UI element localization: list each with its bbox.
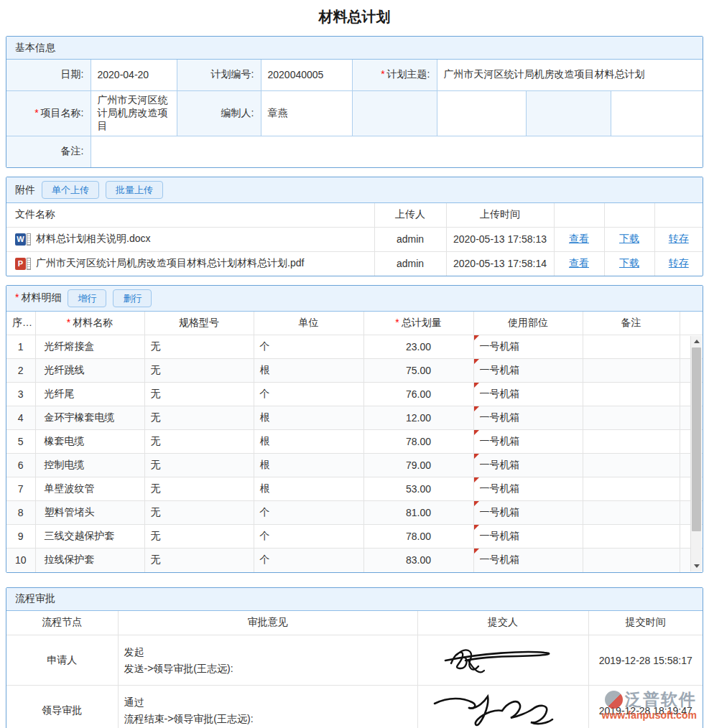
remark-cell[interactable] [583, 454, 680, 477]
no-cell[interactable]: 5 [6, 430, 35, 454]
material-row[interactable]: 7 单壁波纹管 无 根 53.00 一号机箱 [6, 477, 703, 501]
compiler-label: 编制人: [177, 90, 261, 136]
add-row-button[interactable]: 增行 [68, 289, 106, 307]
no-cell[interactable]: 6 [6, 454, 35, 477]
name-cell[interactable]: 橡套电缆 [35, 430, 144, 454]
material-row[interactable]: 2 光纤跳线 无 根 75.00 一号机箱 [6, 359, 703, 383]
view-link[interactable]: 查看 [569, 233, 589, 244]
spec-cell[interactable]: 无 [144, 549, 254, 572]
remark-cell[interactable] [583, 477, 680, 501]
spec-cell[interactable]: 无 [144, 406, 254, 430]
material-row[interactable]: 9 三线交越保护套 无 个 78.00 一号机箱 [6, 525, 703, 549]
no-cell[interactable]: 10 [6, 549, 35, 572]
unit-cell[interactable]: 根 [254, 430, 363, 454]
delete-row-button[interactable]: 删行 [113, 289, 152, 307]
location-cell[interactable]: 一号机箱 [473, 454, 583, 477]
location-cell[interactable]: 一号机箱 [473, 359, 583, 383]
remark-cell[interactable] [583, 549, 680, 572]
material-row[interactable]: 6 控制电缆 无 根 79.00 一号机箱 [6, 454, 703, 477]
attachments-title: 附件 [15, 184, 35, 197]
save-as-link[interactable]: 转存 [669, 257, 689, 269]
batch-upload-button[interactable]: 批量上传 [106, 181, 163, 199]
no-cell[interactable]: 1 [6, 335, 35, 359]
material-row[interactable]: 8 塑料管堵头 无 个 81.00 一号机箱 [6, 501, 703, 525]
location-cell[interactable]: 一号机箱 [473, 335, 583, 359]
spec-cell[interactable]: 无 [144, 335, 254, 359]
location-cell[interactable]: 一号机箱 [473, 383, 583, 406]
remark-cell[interactable] [583, 383, 680, 406]
name-cell[interactable]: 单壁波纹管 [35, 477, 144, 501]
name-cell[interactable]: 拉线保护套 [35, 549, 144, 572]
unit-cell[interactable]: 个 [254, 525, 363, 549]
name-cell[interactable]: 塑料管堵头 [35, 501, 144, 525]
subject-label: *计划主题: [352, 60, 437, 90]
qty-cell[interactable]: 12.00 [363, 406, 473, 430]
no-cell[interactable]: 9 [6, 525, 35, 549]
no-cell[interactable]: 4 [6, 406, 35, 430]
name-cell[interactable]: 金环宇橡套电缆 [35, 406, 144, 430]
remark-cell[interactable] [583, 359, 680, 383]
location-cell[interactable]: 一号机箱 [473, 430, 583, 454]
material-row[interactable]: 3 光纤尾 无 个 76.00 一号机箱 [6, 383, 703, 406]
vertical-scrollbar[interactable] [690, 336, 702, 571]
qty-cell[interactable]: 78.00 [363, 430, 473, 454]
name-cell[interactable]: 控制电缆 [35, 454, 144, 477]
location-cell[interactable]: 一号机箱 [473, 477, 583, 501]
view-link[interactable]: 查看 [569, 257, 589, 269]
uploader-cell: admin [374, 227, 446, 251]
location-cell[interactable]: 一号机箱 [473, 501, 583, 525]
remark-cell[interactable] [583, 525, 680, 549]
location-cell[interactable]: 一号机箱 [473, 549, 583, 572]
unit-cell[interactable]: 个 [254, 501, 363, 525]
spec-cell[interactable]: 无 [144, 501, 254, 525]
unit-cell[interactable]: 个 [254, 335, 363, 359]
unit-cell[interactable]: 根 [254, 359, 363, 383]
material-row[interactable]: 4 金环宇橡套电缆 无 根 12.00 一号机箱 [6, 406, 703, 430]
unit-cell[interactable]: 根 [254, 406, 363, 430]
name-cell[interactable]: 三线交越保护套 [35, 525, 144, 549]
remark-cell[interactable] [583, 430, 680, 454]
remark-cell[interactable] [583, 406, 680, 430]
spec-cell[interactable]: 无 [144, 525, 254, 549]
unit-cell[interactable]: 根 [254, 454, 363, 477]
approval-row: 领导审批 通过 流程结束->领导审批(王志远): 2019-12-28 18:1… [6, 686, 703, 728]
no-cell[interactable]: 8 [6, 501, 35, 525]
file-name: 材料总计划相关说明.docx [36, 233, 150, 246]
download-link[interactable]: 下载 [619, 257, 639, 269]
scrollbar-thumb[interactable] [692, 347, 701, 531]
name-cell[interactable]: 光纤尾 [35, 383, 144, 406]
qty-cell[interactable]: 75.00 [363, 359, 473, 383]
remark-cell[interactable] [583, 335, 680, 359]
qty-cell[interactable]: 78.00 [363, 525, 473, 549]
qty-cell[interactable]: 81.00 [363, 501, 473, 525]
name-cell[interactable]: 光纤熔接盒 [35, 335, 144, 359]
single-upload-button[interactable]: 单个上传 [42, 181, 99, 199]
qty-cell[interactable]: 76.00 [363, 383, 473, 406]
qty-cell[interactable]: 23.00 [363, 335, 473, 359]
qty-cell[interactable]: 83.00 [363, 549, 473, 572]
unit-cell[interactable]: 根 [254, 477, 363, 501]
material-row[interactable]: 5 橡套电缆 无 根 78.00 一号机箱 [6, 430, 703, 454]
scroll-up-icon[interactable] [691, 336, 702, 347]
save-as-link[interactable]: 转存 [669, 233, 689, 244]
location-cell[interactable]: 一号机箱 [473, 525, 583, 549]
spec-cell[interactable]: 无 [144, 359, 254, 383]
location-cell[interactable]: 一号机箱 [473, 406, 583, 430]
name-cell[interactable]: 光纤跳线 [35, 359, 144, 383]
no-cell[interactable]: 2 [6, 359, 35, 383]
qty-cell[interactable]: 79.00 [363, 454, 473, 477]
qty-cell[interactable]: 53.00 [363, 477, 473, 501]
material-row[interactable]: 10 拉线保护套 无 个 83.00 一号机箱 [6, 549, 703, 572]
no-cell[interactable]: 3 [6, 383, 35, 406]
remark-cell[interactable] [583, 501, 680, 525]
spec-cell[interactable]: 无 [144, 383, 254, 406]
spec-cell[interactable]: 无 [144, 454, 254, 477]
spec-cell[interactable]: 无 [144, 477, 254, 501]
no-cell[interactable]: 7 [6, 477, 35, 501]
scroll-down-icon[interactable] [691, 561, 703, 571]
unit-cell[interactable]: 个 [254, 383, 363, 406]
unit-cell[interactable]: 个 [254, 549, 363, 572]
material-row[interactable]: 1 光纤熔接盒 无 个 23.00 一号机箱 [6, 335, 703, 359]
download-link[interactable]: 下载 [619, 233, 639, 244]
spec-cell[interactable]: 无 [144, 430, 254, 454]
